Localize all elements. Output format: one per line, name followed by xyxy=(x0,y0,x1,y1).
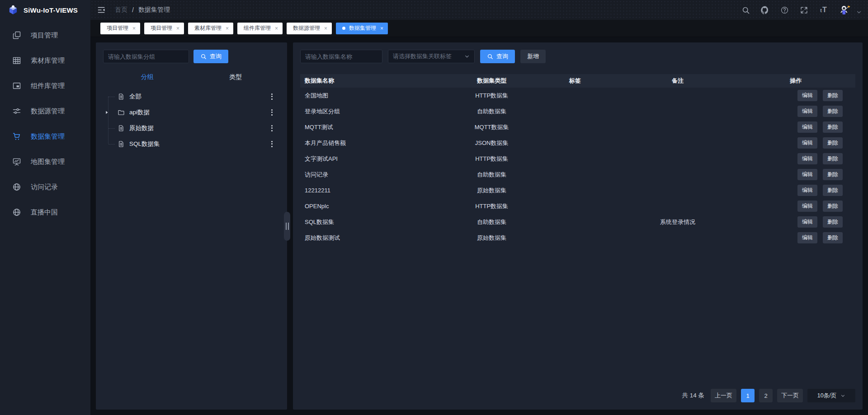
delete-button[interactable]: 删除 xyxy=(823,216,843,228)
row-actions: 编辑 删除 xyxy=(744,90,855,101)
tree-node-all[interactable]: 全部 xyxy=(103,89,280,104)
tab-datasets[interactable]: 数据集管理 × xyxy=(336,23,388,34)
prev-page-button[interactable]: 上一页 xyxy=(711,389,736,402)
edit-button[interactable]: 编辑 xyxy=(797,106,817,117)
edit-button[interactable]: 编辑 xyxy=(797,185,817,196)
edit-button[interactable]: 编辑 xyxy=(797,121,817,133)
row-actions: 编辑 删除 xyxy=(744,216,855,228)
tab-bar: 项目管理 × 项目管理 × 素材库管理 × 组件库管理 × 数据源管理 × 数据… xyxy=(90,20,868,37)
page-button-1[interactable]: 1 xyxy=(741,389,755,402)
breadcrumb: 首页 / 数据集管理 xyxy=(115,6,170,14)
sidebar-item-maps[interactable]: 地图集管理 xyxy=(0,149,90,174)
search-icon[interactable] xyxy=(741,6,750,14)
edit-button[interactable]: 编辑 xyxy=(797,232,817,243)
chevron-down-icon[interactable] xyxy=(856,9,862,15)
row-actions: 编辑 删除 xyxy=(744,137,855,149)
close-icon[interactable]: × xyxy=(275,26,278,31)
sidebar-item-datasets[interactable]: 数据集管理 xyxy=(0,124,90,149)
group-search-button[interactable]: 查询 xyxy=(193,50,228,63)
group-search-input[interactable] xyxy=(103,50,189,63)
delete-button[interactable]: 删除 xyxy=(823,153,843,164)
dataset-type: 原始数据集 xyxy=(444,234,539,242)
table-header: 数据集名称数据集类型标签备注操作 xyxy=(300,74,855,88)
page-buttons: 12 xyxy=(741,389,773,402)
panel-collapse-handle[interactable] xyxy=(284,212,290,241)
tag-select[interactable]: 请选择数据集关联标签 xyxy=(388,50,475,63)
collapse-sidebar-icon[interactable] xyxy=(97,5,106,14)
delete-button[interactable]: 删除 xyxy=(823,185,843,196)
close-icon[interactable]: × xyxy=(324,26,327,31)
caret-right-icon[interactable] xyxy=(104,110,109,115)
active-dot xyxy=(342,27,345,30)
tree-node-label: 全部 xyxy=(129,93,142,101)
tab-project-2[interactable]: 项目管理 × xyxy=(144,23,184,34)
tree-tab-type[interactable]: 类型 xyxy=(192,73,280,81)
edit-button[interactable]: 编辑 xyxy=(797,137,817,149)
sidebar-item-label: 数据集管理 xyxy=(31,132,65,141)
dataset-name: SQL数据集 xyxy=(300,218,444,226)
table-row: 原始数据测试 原始数据集 编辑 删除 xyxy=(300,230,855,246)
close-icon[interactable]: × xyxy=(176,26,179,31)
delete-button[interactable]: 删除 xyxy=(823,169,843,180)
sidebar-item-datasources[interactable]: 数据源管理 xyxy=(0,98,90,124)
topbar-actions: tT xyxy=(741,4,862,16)
more-vertical-icon[interactable] xyxy=(269,107,274,117)
edit-button[interactable]: 编辑 xyxy=(797,169,817,180)
sidebar-item-access-log[interactable]: 访问记录 xyxy=(0,174,90,200)
table-row: OPENplc HTTP数据集 编辑 删除 xyxy=(300,198,855,214)
sidebar-item-label: 直播中国 xyxy=(31,208,58,217)
tree-node-api-data[interactable]: api数据 xyxy=(103,104,280,120)
row-actions: 编辑 删除 xyxy=(744,232,855,243)
next-page-button[interactable]: 下一页 xyxy=(777,389,803,402)
dataset-name: OPENplc xyxy=(300,203,444,210)
delete-button[interactable]: 删除 xyxy=(823,137,843,149)
tree-tab-group[interactable]: 分组 xyxy=(103,73,192,81)
tab-components[interactable]: 组件库管理 × xyxy=(237,23,283,34)
sidebar-item-project[interactable]: 项目管理 xyxy=(0,23,90,48)
more-vertical-icon[interactable] xyxy=(269,139,274,149)
help-icon[interactable] xyxy=(780,6,789,14)
copy-icon xyxy=(12,31,21,40)
delete-button[interactable]: 删除 xyxy=(823,201,843,212)
dataset-search-button[interactable]: 查询 xyxy=(480,50,515,63)
tab-label: 项目管理 xyxy=(151,24,172,32)
tree-node-raw-data[interactable]: 原始数据 xyxy=(103,120,280,136)
tab-project-1[interactable]: 项目管理 × xyxy=(100,23,140,34)
font-size-icon[interactable]: tT xyxy=(819,6,828,14)
delete-button[interactable]: 删除 xyxy=(823,90,843,101)
breadcrumb-home[interactable]: 首页 xyxy=(115,6,127,14)
sidebar: SiWu-IoT-VIEWS 项目管理 素材库管理 组件库管理 数据源管理 数据… xyxy=(0,0,90,415)
edit-button[interactable]: 编辑 xyxy=(797,90,817,101)
app-logo-icon xyxy=(7,4,19,16)
more-vertical-icon[interactable] xyxy=(269,123,274,133)
edit-button[interactable]: 编辑 xyxy=(797,216,817,228)
sidebar-item-components[interactable]: 组件库管理 xyxy=(0,73,90,98)
fullscreen-icon[interactable] xyxy=(800,6,808,14)
sidebar-item-assets[interactable]: 素材库管理 xyxy=(0,48,90,73)
dataset-name: 文字测试API xyxy=(300,155,444,163)
close-icon[interactable]: × xyxy=(132,26,136,31)
delete-button[interactable]: 删除 xyxy=(823,232,843,243)
tab-label: 素材库管理 xyxy=(194,24,222,32)
github-icon[interactable] xyxy=(761,6,769,14)
table-row: 全国地图 HTTP数据集 编辑 删除 xyxy=(300,88,855,103)
page-button-2[interactable]: 2 xyxy=(759,389,773,402)
close-icon[interactable]: × xyxy=(380,26,383,31)
topbar-left: 首页 / 数据集管理 xyxy=(97,5,170,14)
edit-button[interactable]: 编辑 xyxy=(797,153,817,164)
page-size-select[interactable]: 10条/页 xyxy=(807,389,855,402)
edit-button[interactable]: 编辑 xyxy=(797,201,817,212)
dataset-search-input[interactable] xyxy=(300,50,382,63)
delete-button[interactable]: 删除 xyxy=(823,106,843,117)
add-dataset-button[interactable]: 新增 xyxy=(520,50,546,63)
app-title: SiWu-IoT-VIEWS xyxy=(24,6,78,14)
close-icon[interactable]: × xyxy=(226,26,229,31)
tree-node-sql-dataset[interactable]: SQL数据集 xyxy=(103,136,280,152)
tab-assets[interactable]: 素材库管理 × xyxy=(188,23,233,34)
more-vertical-icon[interactable] xyxy=(269,92,274,102)
tab-datasources[interactable]: 数据源管理 × xyxy=(287,23,332,34)
user-avatar[interactable] xyxy=(839,4,851,16)
sidebar-item-live-china[interactable]: 直播中国 xyxy=(0,200,90,225)
delete-button[interactable]: 删除 xyxy=(823,121,843,133)
component-icon xyxy=(12,81,21,90)
